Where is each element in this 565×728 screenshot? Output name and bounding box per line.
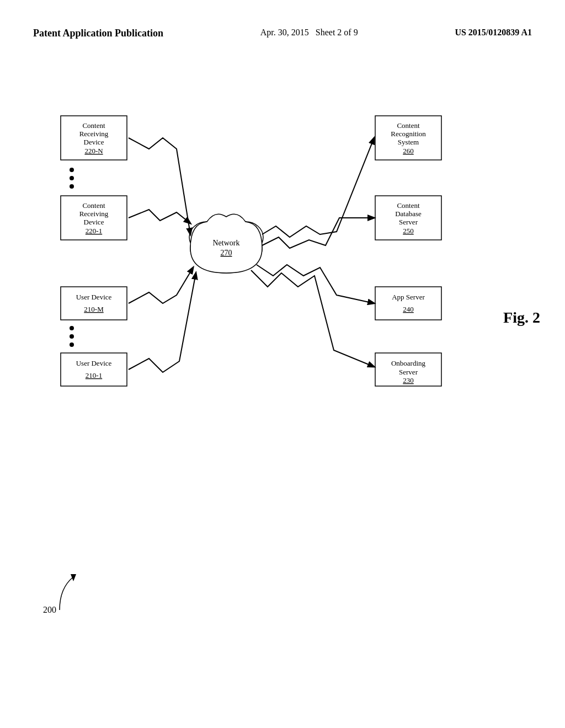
svg-marker-50 <box>71 574 76 581</box>
svg-text:Receiving: Receiving <box>79 130 109 138</box>
svg-text:Server: Server <box>399 368 418 376</box>
svg-point-18 <box>70 342 74 347</box>
svg-text:200: 200 <box>43 605 56 614</box>
svg-text:Receiving: Receiving <box>79 210 109 218</box>
svg-rect-13 <box>61 287 127 320</box>
svg-point-5 <box>70 168 74 172</box>
svg-text:220-N: 220-N <box>84 147 103 155</box>
svg-text:Content: Content <box>397 201 420 210</box>
svg-text:220-1: 220-1 <box>86 227 102 235</box>
diagram-svg: Content Receiving Device 220-N Content R… <box>28 99 513 485</box>
svg-text:Recognition: Recognition <box>391 130 426 138</box>
svg-text:User Device: User Device <box>76 293 112 301</box>
svg-text:260: 260 <box>403 147 414 155</box>
figure-label: Fig. 2 <box>503 309 540 326</box>
svg-text:Server: Server <box>399 218 418 226</box>
publication-date-sheet: Apr. 30, 2015 Sheet 2 of 9 <box>260 28 358 38</box>
diagram-number: 200 <box>43 571 87 618</box>
svg-text:User Device: User Device <box>76 359 112 367</box>
svg-text:240: 240 <box>403 305 414 313</box>
svg-text:Content: Content <box>82 121 105 130</box>
svg-point-16 <box>70 326 74 330</box>
patent-number: US 2015/0120839 A1 <box>455 28 532 38</box>
svg-text:Device: Device <box>84 138 104 146</box>
svg-text:App Server: App Server <box>392 293 425 301</box>
svg-text:Content: Content <box>397 121 420 130</box>
svg-text:Onboarding: Onboarding <box>391 359 426 367</box>
svg-point-6 <box>70 176 74 180</box>
svg-rect-19 <box>61 353 127 386</box>
publication-title: Patent Application Publication <box>33 28 163 39</box>
svg-text:230: 230 <box>403 376 414 384</box>
page-header: Patent Application Publication Apr. 30, … <box>0 0 565 39</box>
svg-point-7 <box>70 184 74 189</box>
svg-text:210-M: 210-M <box>84 305 104 313</box>
svg-text:Content: Content <box>82 201 105 210</box>
sheet-info: Sheet 2 of 9 <box>316 28 358 37</box>
svg-text:Network: Network <box>213 239 240 247</box>
svg-point-17 <box>70 334 74 339</box>
svg-text:System: System <box>398 138 419 146</box>
svg-text:210-1: 210-1 <box>86 371 102 379</box>
svg-text:250: 250 <box>403 227 414 235</box>
svg-rect-32 <box>375 287 441 320</box>
svg-text:Database: Database <box>395 210 422 218</box>
svg-text:Device: Device <box>84 218 104 226</box>
pub-date: Apr. 30, 2015 <box>260 28 309 37</box>
svg-text:270: 270 <box>221 249 232 257</box>
